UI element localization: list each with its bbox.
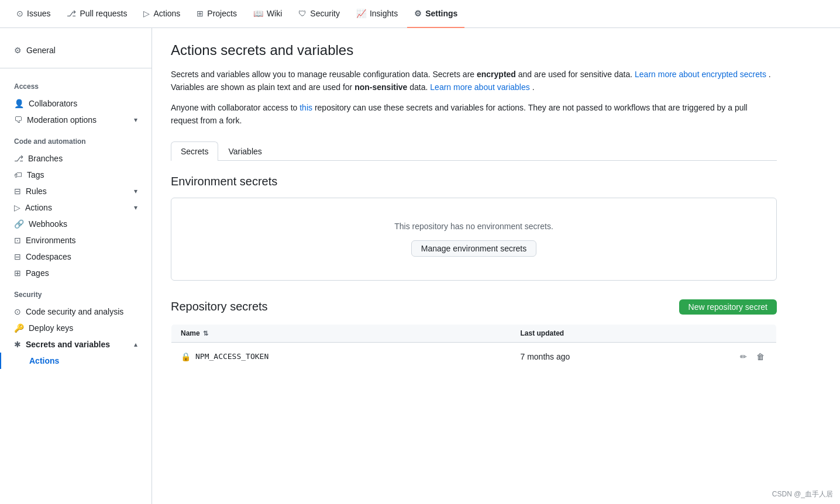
nav-pull-requests[interactable]: ⎇ Pull requests bbox=[60, 0, 134, 28]
link-variables[interactable]: Learn more about variables bbox=[430, 82, 529, 92]
secrets-chevron-icon: ▴ bbox=[134, 340, 137, 348]
pages-icon: ⊞ bbox=[14, 268, 21, 278]
sidebar-item-pages[interactable]: ⊞ Pages bbox=[0, 265, 152, 281]
rules-chevron-icon: ▾ bbox=[134, 187, 137, 195]
page-layout: ⚙ General Access 👤 Collaborators 🗨 Moder… bbox=[0, 28, 840, 504]
moderation-icon: 🗨 bbox=[14, 115, 22, 125]
top-navigation: ⊙ Issues ⎇ Pull requests ▷ Actions ⊞ Pro… bbox=[0, 0, 840, 28]
tab-secrets[interactable]: Secrets bbox=[171, 141, 218, 161]
secret-name-cell: 🔒 NPM_ACCESS_TOKEN bbox=[171, 342, 511, 371]
security-icon: 🛡 bbox=[298, 9, 307, 18]
sidebar-section-access: Access 👤 Collaborators 🗨 Moderation opti… bbox=[0, 73, 152, 128]
rules-icon: ⊟ bbox=[14, 187, 21, 196]
sidebar-item-deploy-keys[interactable]: 🔑 Deploy keys bbox=[0, 320, 152, 336]
code-automation-label: Code and automation bbox=[0, 128, 152, 150]
projects-icon: ⊞ bbox=[197, 9, 204, 18]
sidebar-item-tags[interactable]: 🏷 Tags bbox=[0, 167, 152, 183]
divider bbox=[0, 68, 152, 68]
main-content: Actions secrets and variables Secrets an… bbox=[152, 28, 796, 504]
nav-wiki[interactable]: 📖 Wiki bbox=[246, 0, 289, 28]
delete-secret-button[interactable]: 🗑 bbox=[754, 350, 767, 364]
name-sort-icon[interactable]: ⇅ bbox=[203, 330, 208, 337]
link-encrypted-secrets[interactable]: Learn more about encrypted secrets bbox=[635, 70, 766, 79]
manage-environment-secrets-button[interactable]: Manage environment secrets bbox=[411, 240, 537, 257]
repository-secrets-table: Name ⇅ Last updated 🔒 NPM_ACCESS_TOKEN bbox=[171, 324, 777, 371]
edit-secret-button[interactable]: ✏ bbox=[738, 350, 749, 364]
issues-icon: ⊙ bbox=[16, 9, 23, 18]
column-name: Name ⇅ bbox=[171, 324, 511, 342]
secrets-variables-tabs: Secrets Variables bbox=[171, 141, 777, 161]
sidebar-item-secrets-variables[interactable]: ✱ Secrets and variables ▴ bbox=[0, 336, 152, 353]
new-repository-secret-button[interactable]: New repository secret bbox=[679, 299, 777, 315]
collaborators-icon: 👤 bbox=[14, 99, 24, 108]
code-security-icon: ⊙ bbox=[14, 307, 21, 316]
tab-variables[interactable]: Variables bbox=[218, 141, 271, 161]
page-title: Actions secrets and variables bbox=[171, 42, 777, 58]
environment-secrets-title: Environment secrets bbox=[171, 175, 777, 188]
sidebar-item-codespaces[interactable]: ⊟ Codespaces bbox=[0, 248, 152, 265]
environments-icon: ⊡ bbox=[14, 236, 21, 245]
actions-chevron-icon: ▾ bbox=[134, 203, 137, 212]
sidebar-section-code-and-automation: Code and automation ⎇ Branches 🏷 Tags ⊟ … bbox=[0, 128, 152, 281]
sidebar-item-code-security[interactable]: ⊙ Code security and analysis bbox=[0, 303, 152, 320]
nav-insights[interactable]: 📈 Insights bbox=[349, 0, 405, 28]
sidebar-general-section: ⚙ General bbox=[0, 37, 152, 63]
codespaces-icon: ⊟ bbox=[14, 252, 21, 261]
sidebar-item-general[interactable]: ⚙ General bbox=[9, 42, 142, 58]
environment-secrets-empty-message: This repository has no environment secre… bbox=[183, 222, 765, 231]
table-body: 🔒 NPM_ACCESS_TOKEN 7 months ago ✏ 🗑 bbox=[171, 342, 777, 371]
sidebar: ⚙ General Access 👤 Collaborators 🗨 Moder… bbox=[0, 28, 152, 504]
access-section-label: Access bbox=[0, 73, 152, 95]
table-header: Name ⇅ Last updated bbox=[171, 324, 777, 342]
nav-actions[interactable]: ▷ Actions bbox=[136, 0, 187, 28]
tags-icon: 🏷 bbox=[14, 170, 22, 179]
nav-projects[interactable]: ⊞ Projects bbox=[190, 0, 244, 28]
link-this-repo[interactable]: this bbox=[299, 103, 312, 112]
column-actions-header bbox=[728, 324, 777, 342]
description-line1: Secrets and variables allow you to manag… bbox=[171, 68, 777, 94]
secrets-icon: ✱ bbox=[14, 340, 21, 349]
moderation-chevron-icon: ▾ bbox=[134, 116, 137, 124]
sidebar-subitem-actions[interactable]: Actions bbox=[0, 353, 152, 369]
sidebar-item-moderation-options[interactable]: 🗨 Moderation options ▾ bbox=[0, 112, 152, 128]
repository-secrets-title: Repository secrets bbox=[171, 300, 268, 313]
sidebar-item-branches[interactable]: ⎇ Branches bbox=[0, 150, 152, 167]
table-row: 🔒 NPM_ACCESS_TOKEN 7 months ago ✏ 🗑 bbox=[171, 342, 777, 371]
sidebar-item-rules[interactable]: ⊟ Rules ▾ bbox=[0, 183, 152, 199]
lock-icon: 🔒 bbox=[181, 352, 191, 361]
wiki-icon: 📖 bbox=[253, 9, 263, 18]
description-line2: Anyone with collaborator access to this … bbox=[171, 101, 777, 127]
pull-requests-icon: ⎇ bbox=[67, 9, 76, 18]
settings-icon: ⚙ bbox=[414, 9, 422, 18]
deploy-keys-icon: 🔑 bbox=[14, 323, 24, 333]
insights-icon: 📈 bbox=[356, 9, 366, 18]
table-header-row: Name ⇅ Last updated bbox=[171, 324, 777, 342]
secret-last-updated-cell: 7 months ago bbox=[511, 342, 728, 371]
sidebar-item-environments[interactable]: ⊡ Environments bbox=[0, 232, 152, 248]
actions-sidebar-icon: ▷ bbox=[14, 203, 20, 212]
security-section-label: Security bbox=[0, 281, 152, 303]
watermark: CSDN @_血手人居 bbox=[772, 489, 833, 499]
sidebar-section-security: Security ⊙ Code security and analysis 🔑 … bbox=[0, 281, 152, 369]
secret-actions-cell: ✏ 🗑 bbox=[728, 342, 777, 371]
sidebar-item-webhooks[interactable]: 🔗 Webhooks bbox=[0, 216, 152, 232]
branches-icon: ⎇ bbox=[14, 154, 23, 163]
sidebar-item-actions[interactable]: ▷ Actions ▾ bbox=[0, 199, 152, 216]
environment-secrets-box: This repository has no environment secre… bbox=[171, 198, 777, 281]
nav-security[interactable]: 🛡 Security bbox=[291, 0, 347, 28]
webhooks-icon: 🔗 bbox=[14, 219, 24, 229]
nav-issues[interactable]: ⊙ Issues bbox=[9, 0, 57, 28]
column-last-updated: Last updated bbox=[511, 324, 728, 342]
nav-settings[interactable]: ⚙ Settings bbox=[407, 0, 464, 28]
sidebar-item-collaborators[interactable]: 👤 Collaborators bbox=[0, 95, 152, 112]
general-icon: ⚙ bbox=[14, 46, 22, 55]
repository-secrets-header: Repository secrets New repository secret bbox=[171, 299, 777, 315]
actions-icon: ▷ bbox=[143, 9, 150, 18]
